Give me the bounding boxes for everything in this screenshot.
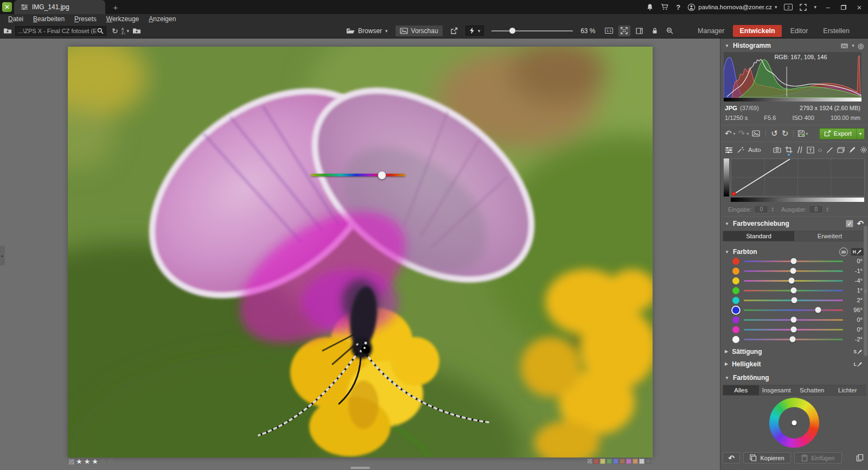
tab-erweitert[interactable]: Erweitert: [794, 231, 865, 241]
tab-standard[interactable]: Standard: [723, 231, 794, 241]
settings-tool[interactable]: [860, 145, 867, 154]
eingabe-spinner[interactable]: ▲▼: [771, 207, 774, 212]
photo-preview[interactable]: [68, 47, 653, 458]
hue-dot-cyan[interactable]: [732, 297, 739, 304]
search-icon[interactable]: [97, 28, 104, 34]
module-entwickeln[interactable]: Entwickeln: [733, 25, 781, 37]
histogram-mode-caret-icon[interactable]: ▾: [852, 43, 854, 48]
tab-lichter[interactable]: Lichter: [830, 385, 866, 395]
cart-icon[interactable]: [661, 3, 669, 11]
redo-button[interactable]: ↷: [737, 129, 746, 138]
help-button[interactable]: ?: [676, 3, 680, 11]
hue-dot-violett[interactable]: [732, 316, 739, 323]
close-button[interactable]: ×: [855, 3, 864, 12]
hue-dot-rot[interactable]: [732, 258, 739, 265]
farbverschiebung-header[interactable]: ▼ Farbverschiebung ✓ ↶: [720, 218, 868, 229]
einfuegen-button[interactable]: Einfügen: [794, 452, 842, 463]
panel-expander[interactable]: ▸: [0, 246, 5, 265]
panel-reset-button[interactable]: ↶: [723, 452, 740, 463]
rotate-right-button[interactable]: ↻: [781, 129, 790, 138]
fullscreen-icon[interactable]: [800, 4, 807, 11]
tab-insgesamt[interactable]: Insgesamt: [759, 385, 795, 395]
star-3[interactable]: ★: [92, 459, 98, 465]
radial-filter-tool[interactable]: [837, 145, 845, 154]
refresh-icon[interactable]: ↻: [110, 27, 120, 35]
folder-up-icon[interactable]: [3, 27, 12, 34]
hue-slider-orange[interactable]: [744, 270, 843, 272]
star-5[interactable]: ☆: [108, 459, 114, 465]
sort-caret-icon[interactable]: ▾: [127, 28, 130, 34]
color-label-yellow[interactable]: [600, 459, 605, 464]
text-frame-tool[interactable]: [807, 145, 814, 154]
hue-slider-gruen[interactable]: [744, 290, 843, 291]
export-button[interactable]: Export ▾: [819, 128, 865, 139]
white-balance-tool[interactable]: [773, 145, 781, 154]
vorschau-button[interactable]: Vorschau: [395, 26, 443, 36]
new-tab-button[interactable]: +: [111, 3, 120, 12]
histogram-caret-icon[interactable]: ▼: [725, 43, 729, 48]
folder-path-input[interactable]: ...\ZPS X - Final CZ fotoset (EXIF, ordi: [15, 26, 106, 36]
on-image-hue-slider-handle[interactable]: [378, 171, 386, 179]
menu-datei[interactable]: Datei: [4, 15, 27, 23]
saettigung-caret-icon[interactable]: ▶: [725, 349, 728, 354]
undo-button[interactable]: ↶: [724, 129, 733, 138]
farbton-range-badge[interactable]: 30: [839, 247, 848, 256]
filmstrip-grip[interactable]: [350, 467, 370, 469]
color-label-lightgray[interactable]: [639, 459, 644, 464]
save-caret-icon[interactable]: ▾: [806, 131, 808, 136]
compare-loupe-button[interactable]: [664, 26, 676, 36]
tone-curve[interactable]: [724, 158, 865, 196]
quick-filter-button[interactable]: ▾: [465, 26, 484, 36]
hue-dot-magenta[interactable]: [732, 326, 739, 333]
retouch-tool[interactable]: [848, 145, 856, 154]
color-label-red[interactable]: [593, 459, 599, 464]
color-label-orange[interactable]: [633, 459, 638, 464]
color-wheel-handle[interactable]: [792, 421, 797, 425]
star-1[interactable]: ★: [76, 459, 82, 465]
magic-wand-tool[interactable]: [737, 145, 744, 154]
hue-slider-gelb[interactable]: [744, 280, 843, 282]
sort-icon[interactable]: AZ↓: [120, 27, 127, 35]
histogram-mode-icon[interactable]: [840, 43, 848, 49]
eingabe-input[interactable]: 0: [754, 205, 768, 213]
menu-presets[interactable]: Presets: [71, 15, 100, 23]
save-icon[interactable]: [797, 130, 805, 137]
menu-anzeigen[interactable]: Anzeigen: [145, 15, 180, 23]
bell-icon[interactable]: [646, 3, 654, 11]
color-label-chip[interactable]: [69, 459, 74, 465]
helligkeit-target-picker[interactable]: L: [854, 361, 863, 367]
module-erstellen[interactable]: Erstellen: [816, 25, 856, 37]
copy-settings-pages-button[interactable]: [856, 454, 864, 462]
hue-slider-weiss[interactable]: [744, 339, 843, 340]
zoom-slider-thumb[interactable]: [509, 28, 515, 34]
hue-dot-gelb[interactable]: [732, 277, 739, 284]
menu-werkzeuge[interactable]: Werkzeuge: [103, 15, 143, 23]
redo-caret-icon[interactable]: ▾: [746, 131, 749, 136]
auto-button[interactable]: Auto: [748, 147, 761, 153]
browser-button[interactable]: Browser ▾: [342, 26, 392, 36]
hue-slider-blau[interactable]: [744, 309, 843, 311]
color-label-none[interactable]: [587, 459, 592, 464]
saettigung-target-picker[interactable]: S: [853, 349, 863, 354]
straighten-tool[interactable]: [796, 145, 803, 154]
star-4[interactable]: ☆: [100, 459, 106, 465]
hue-slider-violett[interactable]: [744, 319, 843, 321]
panel-scrollbar[interactable]: [864, 226, 867, 356]
tab-alles[interactable]: Alles: [723, 385, 759, 395]
color-label-brown[interactable]: [620, 459, 625, 464]
kopieren-button[interactable]: Kopieren: [743, 452, 791, 463]
color-label-purple[interactable]: [626, 459, 631, 464]
farbton-caret-icon[interactable]: ▼: [725, 250, 729, 255]
account-menu[interactable]: pavlina.hornova@zoner.cz ▾: [687, 3, 777, 11]
restore-button[interactable]: [839, 3, 848, 11]
fit-to-screen-button[interactable]: [618, 26, 630, 36]
hue-slider-cyan[interactable]: [744, 300, 843, 301]
hue-dot-blau[interactable]: [732, 307, 739, 314]
gradient-filter-tool[interactable]: [826, 145, 833, 154]
undo-caret-icon[interactable]: ▾: [733, 131, 736, 136]
star-2[interactable]: ★: [84, 459, 91, 465]
rotate-left-button[interactable]: ↺: [770, 129, 779, 138]
fullscreen-caret-icon[interactable]: ▾: [814, 4, 816, 10]
vignette-tool[interactable]: ○: [818, 145, 822, 154]
hue-dot-weiss[interactable]: [732, 336, 739, 343]
